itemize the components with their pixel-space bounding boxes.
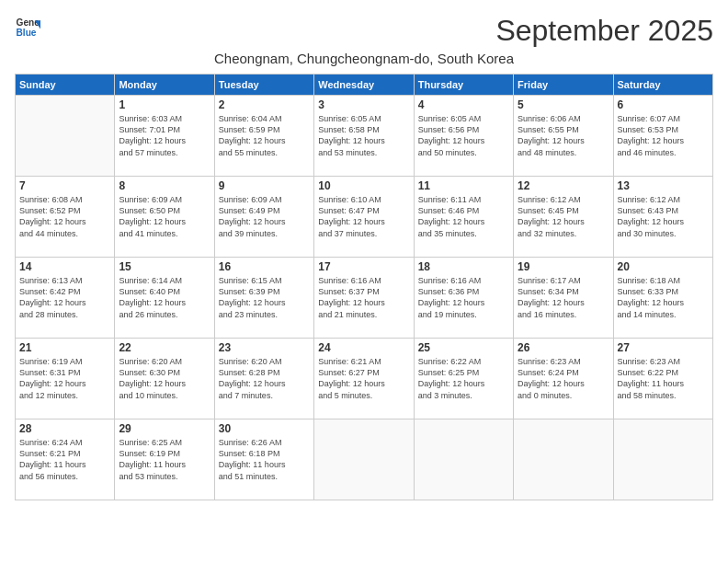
day-info: Sunrise: 6:25 AM Sunset: 6:19 PM Dayligh… xyxy=(119,437,210,482)
header: General Blue September 2025 xyxy=(15,15,713,47)
calendar-cell: 25Sunrise: 6:22 AM Sunset: 6:25 PM Dayli… xyxy=(414,339,513,419)
day-number: 10 xyxy=(318,179,409,192)
day-info: Sunrise: 6:20 AM Sunset: 6:30 PM Dayligh… xyxy=(119,356,210,401)
svg-text:Blue: Blue xyxy=(17,28,37,38)
day-info: Sunrise: 6:05 AM Sunset: 6:56 PM Dayligh… xyxy=(418,113,509,158)
location-subtitle: Cheongnam, Chungcheongnam-do, South Kore… xyxy=(15,51,713,66)
header-row: SundayMondayTuesdayWednesdayThursdayFrid… xyxy=(16,75,713,96)
day-number: 3 xyxy=(318,98,409,111)
calendar-cell: 12Sunrise: 6:12 AM Sunset: 6:45 PM Dayli… xyxy=(514,177,613,258)
calendar-cell: 13Sunrise: 6:12 AM Sunset: 6:43 PM Dayli… xyxy=(613,177,712,258)
calendar-cell: 30Sunrise: 6:26 AM Sunset: 6:18 PM Dayli… xyxy=(214,419,313,500)
day-number: 28 xyxy=(19,422,110,435)
calendar-cell xyxy=(414,419,513,500)
day-number: 21 xyxy=(19,341,110,354)
day-number: 7 xyxy=(19,179,110,192)
day-number: 6 xyxy=(618,98,709,111)
day-info: Sunrise: 6:18 AM Sunset: 6:33 PM Dayligh… xyxy=(618,275,709,320)
month-title: September 2025 xyxy=(495,15,713,47)
day-info: Sunrise: 6:08 AM Sunset: 6:52 PM Dayligh… xyxy=(19,194,110,239)
day-info: Sunrise: 6:23 AM Sunset: 6:24 PM Dayligh… xyxy=(518,356,609,401)
calendar-cell: 3Sunrise: 6:05 AM Sunset: 6:58 PM Daylig… xyxy=(314,96,414,177)
day-number: 12 xyxy=(518,179,609,192)
day-info: Sunrise: 6:15 AM Sunset: 6:39 PM Dayligh… xyxy=(219,275,310,320)
calendar-cell xyxy=(16,96,115,177)
day-info: Sunrise: 6:12 AM Sunset: 6:43 PM Dayligh… xyxy=(618,194,709,239)
week-row: 7Sunrise: 6:08 AM Sunset: 6:52 PM Daylig… xyxy=(16,177,713,258)
calendar-cell: 17Sunrise: 6:16 AM Sunset: 6:37 PM Dayli… xyxy=(314,258,414,339)
calendar-cell xyxy=(314,419,414,500)
calendar-cell: 15Sunrise: 6:14 AM Sunset: 6:40 PM Dayli… xyxy=(115,258,214,339)
calendar-cell: 27Sunrise: 6:23 AM Sunset: 6:22 PM Dayli… xyxy=(613,339,712,419)
day-info: Sunrise: 6:26 AM Sunset: 6:18 PM Dayligh… xyxy=(219,437,310,482)
week-row: 28Sunrise: 6:24 AM Sunset: 6:21 PM Dayli… xyxy=(16,419,713,500)
day-number: 11 xyxy=(418,179,509,192)
day-number: 9 xyxy=(219,179,310,192)
day-info: Sunrise: 6:19 AM Sunset: 6:31 PM Dayligh… xyxy=(19,356,110,401)
calendar-cell: 28Sunrise: 6:24 AM Sunset: 6:21 PM Dayli… xyxy=(16,419,115,500)
calendar-cell: 16Sunrise: 6:15 AM Sunset: 6:39 PM Dayli… xyxy=(214,258,313,339)
day-number: 15 xyxy=(119,260,210,273)
calendar-cell: 9Sunrise: 6:09 AM Sunset: 6:49 PM Daylig… xyxy=(214,177,313,258)
calendar-cell: 20Sunrise: 6:18 AM Sunset: 6:33 PM Dayli… xyxy=(613,258,712,339)
day-info: Sunrise: 6:09 AM Sunset: 6:49 PM Dayligh… xyxy=(219,194,310,239)
title-area: September 2025 xyxy=(495,15,713,47)
day-info: Sunrise: 6:05 AM Sunset: 6:58 PM Dayligh… xyxy=(318,113,409,158)
day-info: Sunrise: 6:13 AM Sunset: 6:42 PM Dayligh… xyxy=(19,275,110,320)
calendar-cell: 29Sunrise: 6:25 AM Sunset: 6:19 PM Dayli… xyxy=(115,419,214,500)
day-info: Sunrise: 6:07 AM Sunset: 6:53 PM Dayligh… xyxy=(618,113,709,158)
day-number: 2 xyxy=(219,98,310,111)
day-number: 24 xyxy=(318,341,409,354)
col-header-monday: Monday xyxy=(115,75,214,96)
day-info: Sunrise: 6:17 AM Sunset: 6:34 PM Dayligh… xyxy=(518,275,609,320)
col-header-thursday: Thursday xyxy=(414,75,513,96)
calendar-cell: 5Sunrise: 6:06 AM Sunset: 6:55 PM Daylig… xyxy=(514,96,613,177)
day-info: Sunrise: 6:04 AM Sunset: 6:59 PM Dayligh… xyxy=(219,113,310,158)
calendar-table: SundayMondayTuesdayWednesdayThursdayFrid… xyxy=(15,74,713,500)
logo: General Blue xyxy=(15,15,40,40)
day-number: 30 xyxy=(219,422,310,435)
calendar-cell: 8Sunrise: 6:09 AM Sunset: 6:50 PM Daylig… xyxy=(115,177,214,258)
day-info: Sunrise: 6:11 AM Sunset: 6:46 PM Dayligh… xyxy=(418,194,509,239)
day-number: 17 xyxy=(318,260,409,273)
day-info: Sunrise: 6:06 AM Sunset: 6:55 PM Dayligh… xyxy=(518,113,609,158)
calendar-cell xyxy=(514,419,613,500)
day-number: 29 xyxy=(119,422,210,435)
week-row: 21Sunrise: 6:19 AM Sunset: 6:31 PM Dayli… xyxy=(16,339,713,419)
day-number: 26 xyxy=(518,341,609,354)
calendar-cell: 14Sunrise: 6:13 AM Sunset: 6:42 PM Dayli… xyxy=(16,258,115,339)
calendar-cell: 21Sunrise: 6:19 AM Sunset: 6:31 PM Dayli… xyxy=(16,339,115,419)
day-info: Sunrise: 6:21 AM Sunset: 6:27 PM Dayligh… xyxy=(318,356,409,401)
day-number: 8 xyxy=(119,179,210,192)
day-number: 4 xyxy=(418,98,509,111)
day-number: 22 xyxy=(119,341,210,354)
day-info: Sunrise: 6:20 AM Sunset: 6:28 PM Dayligh… xyxy=(219,356,310,401)
calendar-cell: 22Sunrise: 6:20 AM Sunset: 6:30 PM Dayli… xyxy=(115,339,214,419)
day-info: Sunrise: 6:10 AM Sunset: 6:47 PM Dayligh… xyxy=(318,194,409,239)
calendar-cell: 24Sunrise: 6:21 AM Sunset: 6:27 PM Dayli… xyxy=(314,339,414,419)
day-number: 13 xyxy=(618,179,709,192)
calendar-cell: 2Sunrise: 6:04 AM Sunset: 6:59 PM Daylig… xyxy=(214,96,313,177)
day-number: 27 xyxy=(618,341,709,354)
week-row: 1Sunrise: 6:03 AM Sunset: 7:01 PM Daylig… xyxy=(16,96,713,177)
calendar-cell: 6Sunrise: 6:07 AM Sunset: 6:53 PM Daylig… xyxy=(613,96,712,177)
calendar-cell: 10Sunrise: 6:10 AM Sunset: 6:47 PM Dayli… xyxy=(314,177,414,258)
day-info: Sunrise: 6:22 AM Sunset: 6:25 PM Dayligh… xyxy=(418,356,509,401)
day-number: 25 xyxy=(418,341,509,354)
day-info: Sunrise: 6:09 AM Sunset: 6:50 PM Dayligh… xyxy=(119,194,210,239)
col-header-friday: Friday xyxy=(514,75,613,96)
day-number: 1 xyxy=(119,98,210,111)
day-number: 18 xyxy=(418,260,509,273)
calendar-cell: 11Sunrise: 6:11 AM Sunset: 6:46 PM Dayli… xyxy=(414,177,513,258)
logo-icon: General Blue xyxy=(15,15,40,40)
day-number: 5 xyxy=(518,98,609,111)
day-number: 16 xyxy=(219,260,310,273)
day-number: 20 xyxy=(618,260,709,273)
calendar-cell: 18Sunrise: 6:16 AM Sunset: 6:36 PM Dayli… xyxy=(414,258,513,339)
calendar-cell: 1Sunrise: 6:03 AM Sunset: 7:01 PM Daylig… xyxy=(115,96,214,177)
calendar-cell: 26Sunrise: 6:23 AM Sunset: 6:24 PM Dayli… xyxy=(514,339,613,419)
calendar-cell xyxy=(613,419,712,500)
calendar-cell: 7Sunrise: 6:08 AM Sunset: 6:52 PM Daylig… xyxy=(16,177,115,258)
calendar-cell: 19Sunrise: 6:17 AM Sunset: 6:34 PM Dayli… xyxy=(514,258,613,339)
calendar-cell: 4Sunrise: 6:05 AM Sunset: 6:56 PM Daylig… xyxy=(414,96,513,177)
